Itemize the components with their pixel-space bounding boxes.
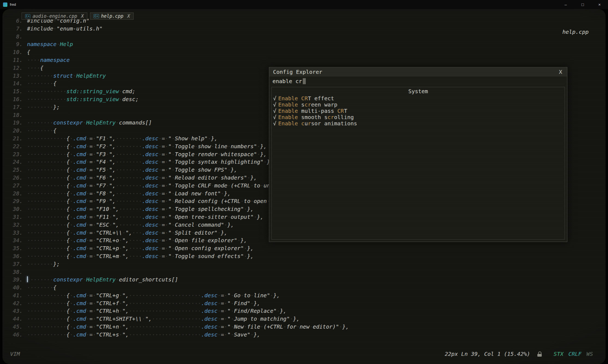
matched-text: Enable <box>278 101 298 108</box>
mem-token: .desc <box>201 292 217 299</box>
whitespace-dots: · <box>109 214 112 220</box>
op-token: = <box>162 229 165 236</box>
checked-checkbox-icon[interactable]: √ <box>273 95 276 102</box>
whitespace-dots: · <box>211 166 214 173</box>
whitespace-dots: · <box>172 237 175 244</box>
str-token: " <box>227 331 231 338</box>
whitespace-dots: · <box>172 190 175 197</box>
checked-checkbox-icon[interactable]: √ <box>273 114 276 120</box>
str-token: explorer" <box>208 237 237 244</box>
whitespace-dots: · <box>172 174 175 181</box>
pun-token: { <box>67 237 70 244</box>
whitespace-dots: · <box>194 206 198 212</box>
whitespace-dots: · <box>142 316 145 322</box>
str-token: new <box>300 323 310 330</box>
config-option[interactable]: √Enable cursor animations <box>272 120 565 127</box>
mem-token: .desc <box>142 174 158 181</box>
pun-token: { <box>67 300 70 307</box>
whitespace-dots: · <box>70 331 73 338</box>
tab-help.cpp[interactable]: C+help.cppX <box>90 13 133 20</box>
config-options-list: System √Enable CRT effect√Enable screen … <box>271 87 565 239</box>
str-token: sound <box>198 253 214 259</box>
matched-text: CR <box>301 95 308 102</box>
close-button[interactable]: × <box>591 0 608 9</box>
whitespace-dots: · <box>70 159 73 165</box>
maximize-button[interactable]: □ <box>574 0 591 9</box>
whitespace-dots: · <box>172 253 175 259</box>
current-file-label: help.cpp <box>562 29 589 35</box>
whitespace-dots: · <box>244 253 247 259</box>
whitespace-dots: · <box>231 323 234 330</box>
pun-token: }, <box>260 143 267 150</box>
mem-token: .cmd <box>73 214 86 220</box>
str-token: "CTRL+h <box>96 308 119 314</box>
whitespace-dots: · <box>277 308 280 314</box>
line-number: 32. <box>10 221 23 229</box>
matched-text: r <box>308 120 311 127</box>
op-token: = <box>162 166 165 173</box>
tab-audio-engine.cpp[interactable]: C+audio-engine.cppX <box>22 13 87 20</box>
config-option[interactable]: √Enable multi-pass CRT <box>272 108 565 114</box>
op-token: = <box>162 214 165 220</box>
whitespace-dots: ······· <box>119 206 142 212</box>
op-token: = <box>89 323 93 330</box>
whitespace-dots: ············ <box>27 174 67 181</box>
whitespace-dots: · <box>86 190 89 197</box>
str-token: syntax <box>198 159 217 165</box>
line-number: 27. <box>10 182 23 190</box>
checked-checkbox-icon[interactable]: √ <box>273 101 276 108</box>
whitespace-dots: ···· <box>129 237 142 244</box>
config-explorer-close-button[interactable]: X <box>558 69 563 75</box>
whitespace-dots: · <box>119 292 122 299</box>
checked-checkbox-icon[interactable]: √ <box>273 108 276 114</box>
whitespace-dots: · <box>165 143 168 150</box>
line-number: 8. <box>10 33 23 41</box>
str-token: Toggle <box>175 159 194 165</box>
str-token: " <box>168 214 172 220</box>
str-token: config <box>191 245 211 251</box>
pun-token: }; <box>53 104 60 110</box>
config-option[interactable]: √Enable CRT effect <box>272 95 565 102</box>
tab-close-button[interactable]: X <box>127 13 130 19</box>
config-option[interactable]: √Enable screen warp <box>272 102 565 108</box>
str-token: ", <box>122 323 129 330</box>
pp-token: #include <box>27 25 53 32</box>
config-option[interactable]: √Enable smooth scrolling <box>272 114 565 120</box>
str-token: command" <box>198 222 224 228</box>
whitespace-dots: · <box>270 292 273 299</box>
checked-checkbox-icon[interactable]: √ <box>273 120 276 127</box>
whitespace-dots: · <box>86 174 89 181</box>
whitespace-dots: · <box>165 214 168 220</box>
str-token: Reload <box>175 198 194 204</box>
whitespace-dots: · <box>93 198 96 204</box>
str-token: Open <box>175 237 188 244</box>
str-token: show <box>198 143 211 150</box>
line-number: 23. <box>10 150 23 158</box>
whitespace-dots: · <box>119 245 122 251</box>
str-token: ", <box>122 253 129 259</box>
whitespace-dots: · <box>211 245 214 251</box>
whitespace-dots: · <box>86 331 89 338</box>
window-controls: – □ × <box>557 0 608 9</box>
tab-close-button[interactable]: X <box>81 13 84 19</box>
option-text: olling <box>334 114 354 120</box>
line-number: 22. <box>10 142 23 150</box>
str-token: " <box>227 308 231 314</box>
whitespace-dots: · <box>165 151 168 157</box>
matched-text: CR <box>337 108 344 114</box>
str-token: ", <box>109 143 116 150</box>
str-token: ", <box>109 190 116 197</box>
str-token: "CTRL+p <box>96 245 119 251</box>
config-search-input[interactable]: enable cr <box>269 77 567 86</box>
whitespace-dots: · <box>109 222 112 228</box>
minimize-button[interactable]: – <box>557 0 574 9</box>
whitespace-dots: · <box>201 190 204 197</box>
text-cursor <box>303 78 306 84</box>
str-token: " <box>227 292 231 299</box>
code-line-10: 10.{ <box>10 48 349 56</box>
whitespace-dots: · <box>70 292 73 299</box>
str-token: "CTRL+s <box>96 331 119 338</box>
str-token: ", <box>145 316 152 322</box>
str-token: to <box>244 198 250 204</box>
whitespace-dots: ········ <box>116 190 142 197</box>
